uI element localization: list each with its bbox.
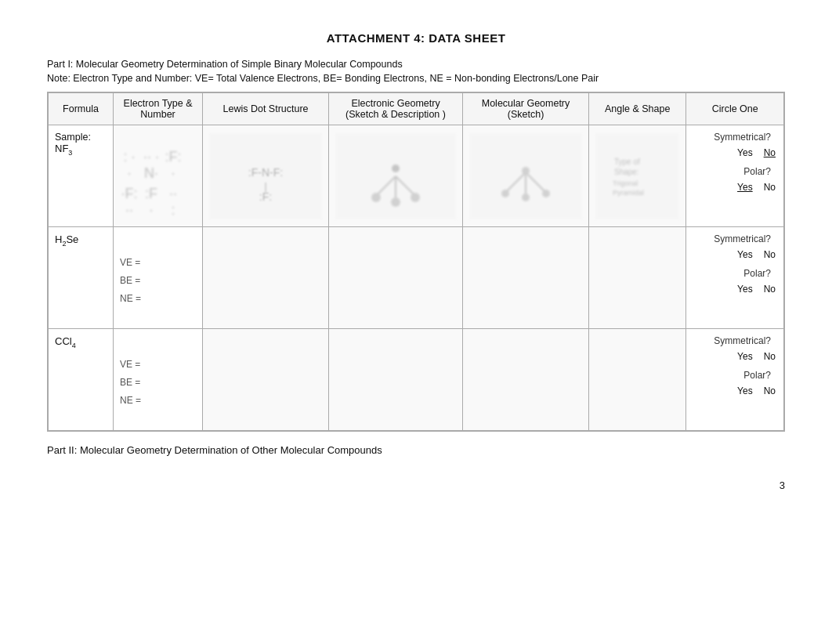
- table-row: CCl4 VE = BE = NE = Symmetrical?: [49, 329, 784, 431]
- symmetrical-row-nf3: Symmetrical?: [694, 132, 776, 143]
- svg-line-10: [506, 172, 526, 192]
- svg-point-9: [391, 197, 400, 207]
- ne-h2se: NE =: [120, 290, 196, 308]
- polar-no-nf3: No: [764, 182, 776, 193]
- circle-cell-nf3: Symmetrical? Yes No Polar? Yes No: [686, 125, 784, 227]
- table-row: H2Se VE = BE = NE = Symmetrical?: [49, 227, 784, 329]
- symmetrical-row-h2se: Symmetrical?: [694, 233, 776, 244]
- molecule-h2se: H2Se: [55, 233, 107, 248]
- lewis-cell-h2se: [203, 227, 329, 329]
- note-label: Note: Electron Type and Number: VE= Tota…: [47, 73, 785, 84]
- sym-yes-h2se: Yes: [737, 249, 753, 260]
- ve-ccl4: VE =: [120, 356, 196, 374]
- be-h2se: BE =: [120, 272, 196, 290]
- lewis-cell-ccl4: [203, 329, 329, 431]
- data-table: Formula Electron Type & Number Lewis Dot…: [48, 92, 784, 431]
- col-header-electronic: Electronic Geometry (Sketch & Descriptio…: [328, 93, 462, 125]
- svg-text::F-N-F:: :F-N-F:: [248, 166, 283, 179]
- svg-point-6: [392, 165, 400, 172]
- circle-cell-ccl4: Symmetrical? Yes No Polar? Yes No: [686, 329, 784, 431]
- circle-cell-h2se: Symmetrical? Yes No Polar? Yes No: [686, 227, 784, 329]
- formula-cell-nf3: Sample: NF3: [49, 125, 114, 227]
- svg-text:Shape:: Shape:: [614, 168, 639, 176]
- page-number: 3: [47, 479, 785, 491]
- main-table-wrapper: Formula Electron Type & Number Lewis Dot…: [47, 92, 785, 432]
- col-header-molecular: Molecular Geometry (Sketch): [463, 93, 589, 125]
- molecule-nf3: NF3: [55, 143, 107, 157]
- electron-cell-h2se: VE = BE = NE =: [114, 227, 203, 329]
- symmetrical-row-ccl4: Symmetrical?: [694, 335, 776, 346]
- formula-cell-h2se: H2Se: [49, 227, 114, 329]
- polar-row-h2se: Polar?: [694, 268, 776, 279]
- svg-point-7: [371, 193, 381, 202]
- electronic-sketch-nf3: [335, 133, 456, 219]
- col-header-angle: Angle & Shape: [588, 93, 686, 125]
- formula-cell-ccl4: CCl4: [49, 329, 114, 431]
- svg-point-15: [542, 190, 550, 197]
- svg-line-4: [396, 176, 415, 196]
- electronic-cell-h2se: [328, 227, 462, 329]
- sym-no-ccl4: No: [764, 351, 776, 362]
- polar-row-ccl4: Polar?: [694, 370, 776, 381]
- be-ccl4: BE =: [120, 374, 196, 392]
- molecule-ccl4: CCl4: [55, 335, 107, 349]
- vbe-lines-h2se: VE = BE = NE =: [120, 254, 196, 307]
- polar-no-h2se: No: [764, 284, 776, 295]
- molecular-cell-h2se: [463, 227, 589, 329]
- electronic-cell-ccl4: [328, 329, 462, 431]
- svg-text:Trigonal: Trigonal: [613, 179, 638, 187]
- angle-cell-ccl4: [588, 329, 686, 431]
- lewis-sketch-nf3: :F-N-F: | :F:: [209, 133, 322, 219]
- part2-label: Part II: Molecular Geometry Determinatio…: [47, 444, 785, 456]
- electron-cell-ccl4: VE = BE = NE =: [114, 329, 203, 431]
- lewis-cell-nf3: :F-N-F: | :F:: [203, 125, 329, 227]
- molecular-cell-nf3: [463, 125, 589, 227]
- part1-label: Part I: Molecular Geometry Determination…: [47, 59, 785, 70]
- angle-cell-h2se: [588, 227, 686, 329]
- svg-point-14: [501, 190, 509, 197]
- svg-text::F:: :F:: [259, 190, 272, 203]
- svg-point-13: [522, 167, 530, 175]
- angle-sketch-nf3: Type of Shape: Trigonal Pyramidal: [595, 133, 680, 219]
- col-header-lewis: Lewis Dot Structure: [203, 93, 329, 125]
- polar-row-nf3: Polar?: [694, 166, 776, 177]
- ve-h2se: VE =: [120, 254, 196, 272]
- table-row: Sample: NF3 : ·· ·· ·N· :F:· ·F:·· :F· ·…: [49, 125, 784, 227]
- sym-no-nf3: No: [764, 147, 776, 158]
- svg-line-11: [526, 172, 545, 192]
- polar-no-ccl4: No: [764, 385, 776, 396]
- angle-cell-nf3: Type of Shape: Trigonal Pyramidal: [588, 125, 686, 227]
- svg-text:Type of: Type of: [614, 157, 640, 166]
- sample-label: Sample:: [55, 132, 107, 143]
- electron-sketch-nf3: : ·· ·· ·N· :F:· ·F:·· :F· ··:: [120, 149, 183, 204]
- col-header-formula: Formula: [49, 93, 114, 125]
- electronic-cell-nf3: [328, 125, 462, 227]
- sym-yes-nf3: Yes: [737, 147, 753, 158]
- svg-point-16: [522, 194, 530, 201]
- ne-ccl4: NE =: [120, 392, 196, 410]
- electron-cell-nf3: : ·· ·· ·N· :F:· ·F:·· :F· ··:: [114, 125, 203, 227]
- col-header-circle: Circle One: [686, 93, 784, 125]
- svg-text:Pyramidal: Pyramidal: [613, 189, 644, 197]
- molecular-cell-ccl4: [463, 329, 589, 431]
- polar-yes-nf3: Yes: [737, 182, 753, 193]
- vbe-lines-ccl4: VE = BE = NE =: [120, 356, 196, 409]
- polar-yes-h2se: Yes: [737, 284, 753, 295]
- col-header-electron: Electron Type & Number: [114, 93, 203, 125]
- svg-line-3: [376, 176, 396, 196]
- svg-point-8: [411, 193, 420, 202]
- sym-no-h2se: No: [764, 249, 776, 260]
- page-title: ATTACHMENT 4: DATA SHEET: [47, 31, 785, 45]
- sym-yes-ccl4: Yes: [737, 351, 753, 362]
- polar-yes-ccl4: Yes: [737, 385, 753, 396]
- molecular-sketch-nf3: [469, 133, 582, 219]
